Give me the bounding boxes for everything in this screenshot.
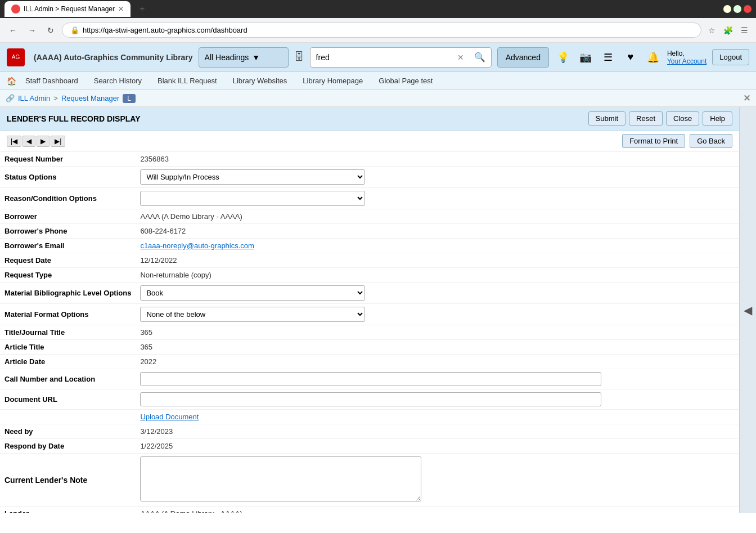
close-button[interactable]: Close bbox=[666, 111, 699, 126]
home-icon[interactable]: 🏠 bbox=[7, 77, 16, 86]
next-record-button[interactable]: ▶ bbox=[37, 136, 50, 147]
breadcrumb-icon: 🔗 bbox=[6, 94, 15, 102]
borrower-value: AAAA (A Demo Library - AAAA) bbox=[136, 209, 739, 224]
record-title: LENDER'S FULL RECORD DISPLAY bbox=[7, 114, 140, 123]
camera-icon[interactable]: 📷 bbox=[577, 49, 594, 66]
reset-button[interactable]: Reset bbox=[629, 111, 663, 126]
format-to-print-button[interactable]: Format to Print bbox=[622, 134, 685, 148]
new-tab-button[interactable]: + bbox=[135, 2, 149, 16]
prev-record-button[interactable]: ◀ bbox=[22, 136, 35, 147]
current-lender-note-label: Current Lender's Note bbox=[0, 454, 136, 507]
table-row: Reason/Condition Options bbox=[0, 188, 739, 209]
request-type-value: Non-returnable (copy) bbox=[136, 268, 739, 283]
reload-button[interactable]: ↻ bbox=[44, 24, 57, 37]
nav-search-history[interactable]: Search History bbox=[87, 74, 148, 87]
material-bib-level-field: Book Serial Article bbox=[136, 283, 739, 304]
breadcrumb-close-button[interactable]: ✕ bbox=[743, 93, 750, 104]
table-row: Lender AAAA (A Demo Library - AAAA) bbox=[0, 507, 739, 513]
request-date-label: Request Date bbox=[0, 253, 136, 268]
app-header: AG (AAAA) Auto-Graphics Community Librar… bbox=[0, 43, 756, 72]
account-link[interactable]: Your Account bbox=[667, 57, 706, 65]
search-go-button[interactable]: 🔍 bbox=[469, 48, 491, 66]
lightbulb-icon[interactable]: 💡 bbox=[555, 49, 572, 66]
url-input[interactable] bbox=[83, 26, 693, 34]
browser-tab[interactable]: ILL Admin > Request Manager ✕ bbox=[4, 1, 130, 17]
table-row: Upload Document bbox=[0, 410, 739, 424]
nav-library-websites[interactable]: Library Websites bbox=[226, 74, 294, 87]
tab-close-button[interactable]: ✕ bbox=[118, 5, 124, 13]
forward-button[interactable]: → bbox=[25, 24, 39, 37]
advanced-search-button[interactable]: Advanced bbox=[497, 47, 549, 68]
logout-button[interactable]: Logout bbox=[712, 49, 749, 65]
call-number-label: Call Number and Location bbox=[0, 369, 136, 389]
last-record-button[interactable]: ▶| bbox=[51, 136, 65, 147]
maximize-button[interactable] bbox=[734, 5, 741, 13]
window-controls bbox=[723, 5, 752, 13]
favicon-icon bbox=[11, 5, 20, 14]
account-area[interactable]: Hello, Your Account bbox=[667, 50, 706, 65]
minimize-button[interactable] bbox=[723, 5, 731, 13]
current-lender-note-textarea[interactable] bbox=[140, 456, 421, 501]
need-by-label: Need by bbox=[0, 424, 136, 439]
bookmark-button[interactable]: ☆ bbox=[706, 24, 718, 37]
upload-document-link[interactable]: Upload Document bbox=[140, 413, 199, 421]
chevron-down-icon: ▼ bbox=[252, 53, 260, 62]
status-options-field: Will Supply/In Process Cannot Supply Con… bbox=[136, 167, 739, 188]
nav-staff-dashboard[interactable]: Staff Dashboard bbox=[19, 74, 85, 87]
record-actions: Submit Reset Close Help bbox=[588, 111, 732, 126]
table-row: Need by 3/12/2023 bbox=[0, 424, 739, 439]
table-row: Borrower's Email c1aaa-noreply@auto-grap… bbox=[0, 239, 739, 253]
go-back-button[interactable]: Go Back bbox=[690, 134, 732, 148]
breadcrumb-ill-admin[interactable]: ILL Admin bbox=[18, 94, 50, 102]
help-button[interactable]: Help bbox=[703, 111, 732, 126]
nav-blank-ill-request[interactable]: Blank ILL Request bbox=[151, 74, 224, 87]
close-window-button[interactable] bbox=[744, 5, 752, 13]
side-collapse-button[interactable]: ◀ bbox=[739, 107, 756, 513]
nav-global-page-test[interactable]: Global Page test bbox=[372, 74, 439, 87]
table-row: Request Number 2356863 bbox=[0, 152, 739, 167]
submit-button[interactable]: Submit bbox=[588, 111, 626, 126]
lender-value: AAAA (A Demo Library - AAAA) bbox=[136, 507, 739, 513]
list-icon[interactable]: ☰ bbox=[600, 49, 616, 66]
lender-label: Lender bbox=[0, 507, 136, 513]
first-record-button[interactable]: |◀ bbox=[7, 136, 21, 147]
breadcrumb: 🔗 ILL Admin > Request Manager L ✕ bbox=[0, 90, 756, 107]
material-bib-level-select[interactable]: Book Serial Article bbox=[140, 285, 365, 301]
need-by-value: 3/12/2023 bbox=[136, 424, 739, 439]
status-options-label: Status Options bbox=[0, 167, 136, 188]
search-box[interactable]: ✕ 🔍 bbox=[310, 47, 492, 68]
nav-library-homepage[interactable]: Library Homepage bbox=[296, 74, 370, 87]
search-type-label: All Headings bbox=[205, 53, 249, 62]
back-button[interactable]: ← bbox=[6, 24, 20, 37]
article-date-value: 2022 bbox=[136, 355, 739, 369]
status-options-select[interactable]: Will Supply/In Process Cannot Supply Con… bbox=[140, 169, 365, 185]
search-clear-button[interactable]: ✕ bbox=[453, 50, 469, 65]
browser-actions: ☆ 🧩 ☰ bbox=[706, 24, 750, 37]
bell-icon[interactable]: 🔔 bbox=[645, 49, 662, 66]
menu-button[interactable]: ☰ bbox=[739, 24, 750, 37]
borrower-email-link[interactable]: c1aaa-noreply@auto-graphics.com bbox=[140, 241, 254, 250]
reason-condition-select[interactable] bbox=[140, 191, 365, 206]
breadcrumb-request-manager[interactable]: Request Manager bbox=[61, 94, 119, 102]
article-title-value: 365 bbox=[136, 340, 739, 355]
browser-toolbar: ← → ↻ 🔒 ☆ 🧩 ☰ bbox=[0, 18, 756, 43]
nav-bar: 🏠 Staff Dashboard Search History Blank I… bbox=[0, 72, 756, 90]
table-row: Article Date 2022 bbox=[0, 355, 739, 369]
heart-icon[interactable]: ♥ bbox=[622, 49, 639, 66]
tab-title: ILL Admin > Request Manager bbox=[24, 5, 115, 13]
nav-arrows: |◀ ◀ ▶ ▶| bbox=[7, 136, 65, 147]
search-input[interactable] bbox=[310, 50, 453, 65]
search-type-dropdown[interactable]: All Headings ▼ bbox=[199, 47, 289, 68]
article-date-label: Article Date bbox=[0, 355, 136, 369]
document-url-field bbox=[136, 389, 739, 410]
address-bar[interactable]: 🔒 bbox=[62, 23, 701, 38]
upload-field: Upload Document bbox=[136, 410, 739, 424]
table-row: Current Lender's Note bbox=[0, 454, 739, 507]
material-format-select[interactable]: None of the below Audio Video Map bbox=[140, 307, 365, 322]
app-library-name: (AAAA) Auto-Graphics Community Library bbox=[34, 53, 193, 62]
document-url-input[interactable] bbox=[140, 392, 601, 406]
table-row: Request Date 12/12/2022 bbox=[0, 253, 739, 268]
borrower-phone-value: 608-224-6172 bbox=[136, 224, 739, 239]
call-number-input[interactable] bbox=[140, 372, 601, 386]
extensions-button[interactable]: 🧩 bbox=[721, 24, 735, 37]
